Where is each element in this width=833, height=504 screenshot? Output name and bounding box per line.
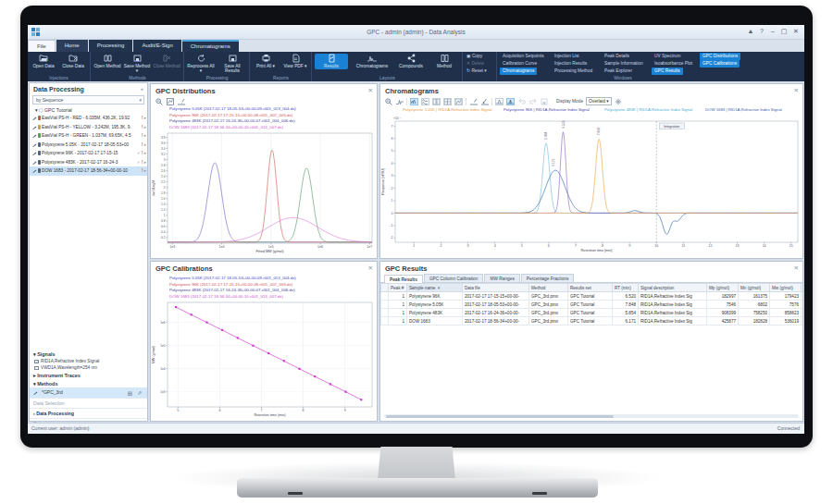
col-mn[interactable]: Mn (g/mol) xyxy=(739,284,770,292)
tab-processing[interactable]: Processing xyxy=(89,40,133,52)
method-tools-icons[interactable]: ▤ ⇗ xyxy=(128,388,143,399)
method-row[interactable]: *GPC_3rd▤ ⇗ xyxy=(30,387,147,398)
col-peak[interactable]: Peak # xyxy=(389,284,407,292)
view-pdf-button[interactable]: View PDF ▾ xyxy=(281,54,309,68)
methods-section-header[interactable]: ▾ Methods xyxy=(30,379,147,387)
tab-audit-esign[interactable]: Audit/E-Sign xyxy=(133,40,180,52)
table-row[interactable]: 1DOW 16832017-02-17 18-56-34+00-00-GPC_3… xyxy=(381,317,804,326)
tree-row[interactable]: EasiVial PS-H - GREEN - 1.037M, 69.65K, … xyxy=(30,131,147,141)
zoom-out-icon[interactable] xyxy=(384,98,392,105)
window-isoabsorbance-plot[interactable]: Isoabsorbance Plot xyxy=(652,60,695,68)
col-mz[interactable]: Mz (g/mol) xyxy=(802,284,804,292)
window-injection-list[interactable]: Injection List xyxy=(552,53,582,60)
tab-chromatograms[interactable]: Chromatograms xyxy=(182,40,239,52)
col-signal-description[interactable]: Signal description xyxy=(639,284,707,292)
window-peak-details[interactable]: Peak Details xyxy=(602,53,632,60)
tree-row-selected[interactable]: DOW 1683 - 2017-02-17 18-56-34+00-00-10!… xyxy=(30,166,147,176)
tab-gpc-column-calibration[interactable]: GPC Column Calibration xyxy=(424,274,484,282)
close-panel-icon[interactable]: ✕ xyxy=(368,264,373,272)
close-panel-icon[interactable]: ✕ xyxy=(794,264,799,272)
tab-file[interactable]: File xyxy=(28,40,56,52)
layout-compounds-button[interactable]: Compounds xyxy=(394,54,428,68)
table-row[interactable]: 1Polystyrene 5.05K2017-02-17 18-05-53+00… xyxy=(381,301,804,309)
layout-chromatograms-button[interactable]: Chromatograms xyxy=(354,54,391,68)
window-sample-information[interactable]: Sample Information xyxy=(602,60,646,68)
window-chromatograms[interactable]: Chromatograms xyxy=(500,68,537,75)
maximize-button[interactable]: ▢ xyxy=(778,28,789,35)
window-gpc-distributions[interactable]: GPC Distributions xyxy=(700,53,740,60)
sequence-filter-select[interactable]: by Sequence▾ xyxy=(32,95,144,104)
layout-separated-icon[interactable] xyxy=(432,98,441,105)
calibrations-chart[interactable]: 567891e31e41e51e6Retention time (min)MW … xyxy=(151,300,377,418)
col-mp[interactable]: Mp (g/mol) xyxy=(707,284,739,292)
tab-percentage-fractions[interactable]: Percentage Fractions xyxy=(521,274,575,282)
col-mw[interactable]: Mw (g/mol) xyxy=(770,284,802,292)
integration-events-icon[interactable] xyxy=(495,98,504,105)
horizontal-scrollbar[interactable] xyxy=(384,414,799,418)
scrollbar-thumb[interactable] xyxy=(386,415,614,418)
col-rt[interactable]: RT (min) xyxy=(613,284,639,292)
layout-overlaid-icon[interactable] xyxy=(410,98,418,105)
help-button[interactable]: ? xyxy=(756,28,767,34)
show-integration-icon[interactable] xyxy=(506,98,515,105)
tree-row[interactable]: EasiVial PS-H - YELLOW - 3.242M, 195.3K,… xyxy=(30,123,147,132)
reset-button[interactable]: ↻ Reset ▾ xyxy=(466,68,487,75)
tab-mw-ranges[interactable]: MW Ranges xyxy=(484,274,519,282)
tab-home[interactable]: Home xyxy=(56,40,88,52)
layout-results-button[interactable]: Results xyxy=(315,54,348,69)
window-peak-explorer[interactable]: Peak Explorer xyxy=(602,68,635,75)
gear-icon[interactable] xyxy=(615,98,623,105)
col-method[interactable]: Method xyxy=(529,284,568,292)
col-data-file[interactable]: Data file xyxy=(463,284,529,292)
layout-stacked-icon[interactable] xyxy=(421,98,429,105)
print-all-button[interactable]: Print All ▾ xyxy=(252,54,280,68)
chart-options-icon[interactable] xyxy=(166,98,174,105)
nav-data-selection[interactable]: Data Selection xyxy=(30,398,147,408)
edit-curve-icon[interactable] xyxy=(177,98,185,105)
chromatograms-chart[interactable]: 123456789101112131415-2-101234567Retenti… xyxy=(380,114,802,253)
open-method-button[interactable]: Open Method xyxy=(93,54,121,68)
close-panel-icon[interactable]: ✕ xyxy=(368,87,373,94)
copy-button[interactable]: ▣ Copy xyxy=(466,53,487,60)
layout-grid-icon[interactable] xyxy=(443,98,452,105)
minimize-button[interactable]: – xyxy=(767,28,778,34)
col-results-set[interactable]: Results set xyxy=(568,284,613,292)
window-processing-method[interactable]: Processing Method xyxy=(552,68,595,75)
tree-row[interactable]: EasiVial PS-H - RED - 6.035M, 436.2K, 19… xyxy=(30,114,147,123)
signal-checkbox-row[interactable]: VWD1A,Wavelength=254 nm xyxy=(30,364,147,371)
tab-peak-results[interactable]: Peak Results xyxy=(384,275,423,283)
tree-root[interactable]: ▾ ⬡ GPC Tutorial xyxy=(30,105,147,114)
window-calibration-curve[interactable]: Calibration Curve xyxy=(500,60,540,68)
instrument-traces-header[interactable]: ▸ Instrument Traces xyxy=(30,371,147,379)
layout-method-button[interactable]: Method xyxy=(429,54,459,68)
close-panel-icon[interactable]: ✕ xyxy=(794,87,799,94)
signal-curve-icon[interactable] xyxy=(395,98,404,105)
window-uv-spectrum[interactable]: UV Spectrum xyxy=(652,53,684,60)
window-acquisition-setpoints[interactable]: Acquisition Setpoints xyxy=(500,53,547,60)
window-gpc-results[interactable]: GPC Results xyxy=(652,68,683,75)
close-data-button[interactable]: Close Data xyxy=(59,54,87,68)
manual-integration-icon[interactable] xyxy=(480,98,489,105)
window-injection-results[interactable]: Injection Results xyxy=(552,60,590,68)
open-data-button[interactable]: Open Data xyxy=(30,54,57,68)
window-gpc-calibrations[interactable]: GPC Calibrations xyxy=(700,60,740,68)
signals-section-header[interactable]: ▾ Signals xyxy=(30,350,147,358)
display-mode-select[interactable]: Overlaid ▾ xyxy=(586,97,612,105)
close-button[interactable]: ✕ xyxy=(790,28,802,35)
layout-single-icon[interactable] xyxy=(454,98,463,105)
table-row[interactable]: 1Polystyrene 96K2017-02-17 17-15-15+00-0… xyxy=(381,292,804,301)
manual-baseline-icon[interactable] xyxy=(469,98,478,105)
tree-row[interactable]: Polystyrene 5.05K - 2017-02-17 18-05-53+… xyxy=(30,141,147,150)
collapse-sidebar-button[interactable]: « xyxy=(141,86,143,92)
col-sample-name[interactable]: Sample name ▼ xyxy=(407,284,463,292)
alerts-icon[interactable]: ▲ xyxy=(745,28,756,34)
save-all-results-button[interactable]: Save All Results xyxy=(218,54,246,73)
save-method-button[interactable]: Save Method ▾ xyxy=(123,54,151,73)
signal-checkbox-row[interactable]: ✓RID1A,Refractive Index Signal xyxy=(30,358,147,364)
distributions-chart[interactable]: 1e31e41e51e61e70.20.40.60.811.21.41.61.8… xyxy=(151,130,377,254)
reprocess-all-button[interactable]: Reprocess All ▾ xyxy=(187,54,215,73)
nav-data-processing[interactable]: › Data Processing xyxy=(30,408,147,418)
table-row[interactable]: 1Polystyrene 483K2017-02-17 16-24-36+00-… xyxy=(381,309,804,317)
tree-row[interactable]: Polystyrene 483K - 2017-02-17 16-24-3✓ !… xyxy=(30,158,147,167)
zoom-out-icon[interactable] xyxy=(155,98,163,105)
